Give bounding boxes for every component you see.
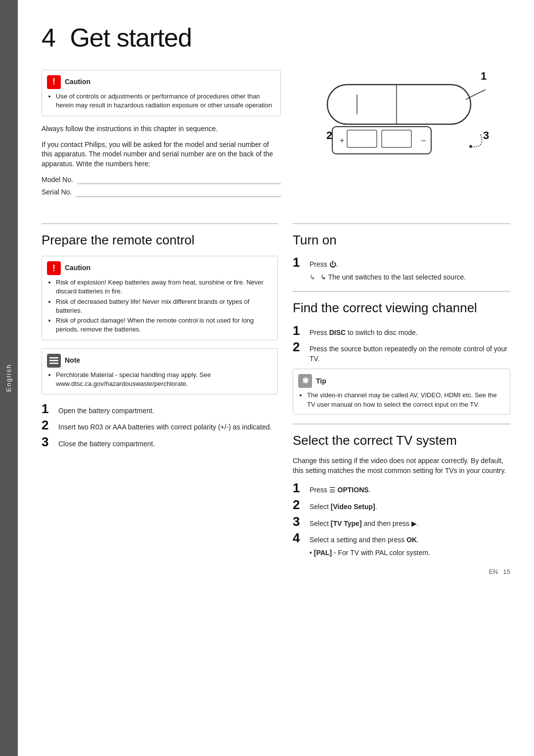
top-row: ! Caution Use of controls or adjustments… [42,70,510,200]
svg-text:+: + [340,136,344,144]
note-box: Note Perchlorate Material - special hand… [42,348,278,394]
svg-rect-14 [49,363,58,364]
tv-system-step-3-text: Select [TV Type] and then press ▶. [310,519,510,529]
note-body: Perchlorate Material - special handling … [47,371,270,388]
serial-label: Serial No. [42,188,72,197]
tv-system-title: Select the correct TV system [293,431,510,449]
svg-point-11 [469,145,472,148]
turn-on-step-1: 1 Press ⏻. [293,256,510,270]
tip-title: Tip [316,377,326,386]
svg-text:–: – [421,136,426,144]
diagram-area: 1 2 + [293,70,510,164]
chapter-title: Get started [70,23,191,52]
left-col-top: ! Caution Use of controls or adjustments… [42,70,281,200]
tv-system-step-2-text: Select [Video Setup]. [310,502,510,512]
caution-header-1: ! Caution [47,75,273,89]
caution-box-2: ! Caution Risk of explosion! Keep batter… [42,256,278,340]
arrow-bullet-1: ↳ [310,273,315,283]
model-label: Model No. [42,175,73,185]
tip-box: ✱ Tip The video-in channel may be called… [293,369,510,414]
find-channel-step-2-num: 2 [293,340,304,353]
page-title: 4 Get started [42,20,510,56]
page: English 4 Get started ! Caution Use of c… [0,0,534,756]
svg-rect-9 [382,130,411,147]
caution-item-1-0: Use of controls or adjustments or perfor… [56,92,273,110]
prepare-step-2: 2 Insert two R03 or AAA batteries with c… [42,419,278,432]
svg-text:1: 1 [481,70,487,82]
prepare-step-2-text: Insert two R03 or AAA batteries with cor… [58,423,278,432]
prepare-step-1-text: Open the battery compartment. [58,406,278,416]
turn-on-step-1-sub: ↳ ↳ The unit switches to the last select… [310,273,510,283]
svg-rect-12 [49,357,58,359]
model-line: Model No. [42,175,281,185]
caution-icon-1: ! [47,75,61,89]
svg-rect-1 [327,85,471,124]
caution-title-1: Caution [65,77,90,87]
tip-body: The video-in channel may be called AV, V… [298,391,503,409]
find-channel-step-1: 1 Press DISC to switch to disc mode. [293,324,510,338]
tv-system-step-2-num: 2 [293,498,304,511]
tv-system-step-4-num: 4 [293,531,304,544]
tv-system-step-1-num: 1 [293,481,304,494]
turn-on-step-1-text: Press ⏻. [310,260,510,270]
prepare-steps: 1 Open the battery compartment. 2 Insert… [42,402,278,449]
tv-system-step-4-sub-text: • [PAL] - For TV with PAL color system. [310,548,430,558]
tv-system-step-4-sub: • [PAL] - For TV with PAL color system. [310,548,510,558]
tv-system-step-1-text: Press ☰ OPTIONS. [310,485,510,495]
content-row: Prepare the remote control ! Caution Ris… [42,214,510,577]
find-channel-step-2-text: Press the source button repeatedly on th… [310,344,510,364]
right-col-top: 1 2 + [293,70,510,200]
tv-system-step-3-num: 3 [293,515,304,528]
caution-icon-2: ! [47,261,61,275]
find-channel-step-2: 2 Press the source button repeatedly on … [293,340,510,364]
note-header: Note [47,354,270,368]
svg-text:3: 3 [483,129,489,142]
caution-item-2-2: Risk of product damage! When the remote … [56,316,270,334]
turn-on-step-1-sub-text: ↳ The unit switches to the last selected… [320,273,466,283]
turn-on-title: Turn on [293,231,510,249]
find-channel-step-1-num: 1 [293,324,304,337]
device-diagram: 1 2 + [298,70,505,164]
svg-rect-8 [347,130,377,147]
note-item-0: Perchlorate Material - special handling … [56,371,270,388]
divider-prepare [42,223,278,224]
prepare-step-3-text: Close the battery compartment. [58,439,278,449]
prepare-step-3-num: 3 [42,435,52,448]
turn-on-step-1-num: 1 [293,256,304,269]
sidebar: English [0,0,18,756]
prepare-step-3: 3 Close the battery compartment. [42,435,278,449]
prepare-step-1-num: 1 [42,402,52,415]
tip-header: ✱ Tip [298,374,503,388]
note-icon [47,354,61,368]
tv-system-intro: Change this setting if the video does no… [293,456,510,475]
prepare-step-1: 1 Open the battery compartment. [42,402,278,416]
tv-system-step-4: 4 Select a setting and then press OK. [293,531,510,545]
prepare-section-title: Prepare the remote control [42,231,278,249]
tv-system-step-1: 1 Press ☰ OPTIONS. [293,481,510,495]
tv-system-steps: 1 Press ☰ OPTIONS. 2 Select [Video Setup… [293,481,510,558]
turn-on-steps: 1 Press ⏻. ↳ ↳ The unit switches to the … [293,256,510,282]
tv-system-step-4-text: Select a setting and then press OK. [310,535,510,545]
note-title: Note [65,356,80,366]
serial-underline [76,188,281,197]
tip-icon: ✱ [298,374,312,388]
sidebar-label: English [4,364,13,392]
divider-channel [293,291,510,292]
footer: EN 15 [293,563,510,576]
footer-page: 15 [503,568,510,575]
intro-text-2: If you contact Philips, you will be aske… [42,140,281,169]
right-section: Turn on 1 Press ⏻. ↳ ↳ The unit switches… [293,214,510,577]
serial-line: Serial No. [42,188,281,197]
tv-system-step-3: 3 Select [TV Type] and then press ▶. [293,515,510,529]
svg-text:2: 2 [326,129,332,142]
divider-turnon [293,223,510,224]
find-channel-steps: 1 Press DISC to switch to disc mode. 2 P… [293,324,510,364]
caution-item-2-1: Risk of decreased battery life! Never mi… [56,297,270,315]
model-underline [77,175,281,184]
main-content: 4 Get started ! Caution Use of controls … [18,0,534,756]
caution-header-2: ! Caution [47,261,270,275]
caution-box-1: ! Caution Use of controls or adjustments… [42,70,281,116]
tip-item-0: The video-in channel may be called AV, V… [307,391,503,409]
tv-system-step-2: 2 Select [Video Setup]. [293,498,510,512]
caution-body-1: Use of controls or adjustments or perfor… [47,92,273,111]
